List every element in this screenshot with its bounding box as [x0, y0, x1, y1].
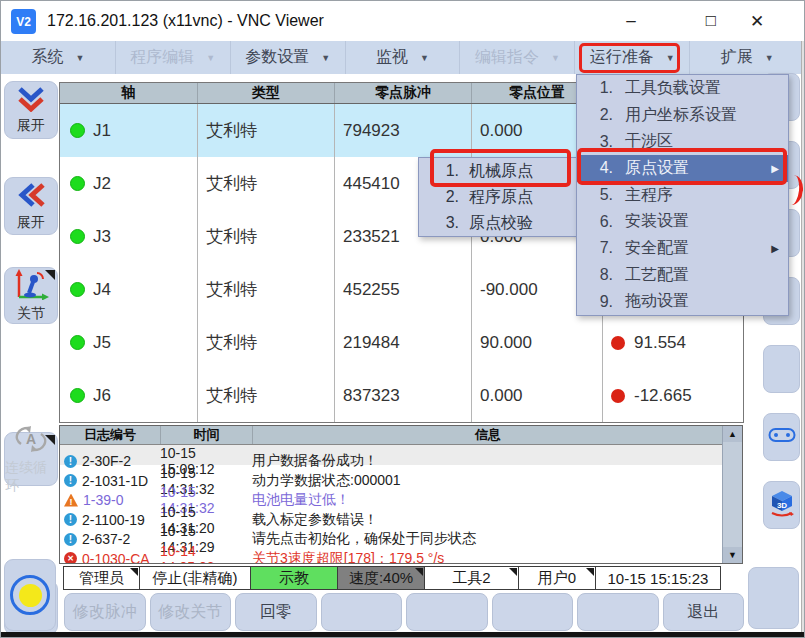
submenu-item-origin-check[interactable]: 3.原点校验 — [419, 210, 579, 236]
annotation-box-run-prepare — [579, 43, 680, 73]
axis-status-green-icon — [70, 123, 85, 138]
exit-button[interactable]: 退出 — [663, 593, 745, 631]
menu-parameter-settings[interactable]: 参数设置▼ — [230, 41, 345, 74]
menu-system[interactable]: 系统▼ — [1, 41, 115, 74]
axis-current: -12.665 — [634, 386, 692, 406]
window-title: 172.16.201.123 (x11vnc) - VNC Viewer — [47, 1, 324, 41]
status-speed[interactable]: 速度:40% — [337, 566, 425, 590]
button-label: 展开 — [17, 214, 45, 232]
log-message: 载入标定参数错误！ — [252, 511, 723, 529]
log-message: 动力学数据状态:000001 — [252, 472, 723, 490]
chevron-down-icon: ▼ — [206, 53, 215, 63]
status-mode-teach: 示教 — [250, 566, 338, 590]
chevron-down-icon: ▼ — [551, 53, 560, 63]
blank-button — [406, 593, 488, 631]
col-log-id: 日志编号 — [60, 426, 160, 444]
info-icon — [64, 513, 77, 526]
log-row[interactable]: 2-30F-2 10-15 15:09:12 用户数据备份成功！ — [60, 445, 723, 465]
menu-program-edit: 程序编辑▼ — [115, 41, 230, 74]
info-icon — [64, 474, 77, 487]
menu-extension[interactable]: 扩展▼ — [689, 41, 804, 74]
info-icon — [64, 455, 77, 468]
window-edge — [801, 41, 805, 632]
maximize-button[interactable]: □ — [686, 1, 736, 41]
chevron-down-icon: ▼ — [321, 53, 330, 63]
col-zero-pulse: 零点脉冲 — [334, 83, 471, 103]
table-row[interactable]: J5 艾利特 219484 90.000 91.554 — [60, 316, 743, 369]
annotation-box-mechanical-origin — [430, 149, 571, 187]
status-bar: 管理员 停止(非精确) 示教 速度:40% 工具2 用户0 10-15 15:1… — [64, 566, 744, 590]
menu-item-process-config[interactable]: 8.工艺配置 — [577, 262, 788, 289]
submenu-arrow-icon: ▶ — [771, 243, 779, 254]
scroll-up-icon[interactable]: ▲ — [723, 426, 742, 442]
axis-pulse: 837323 — [334, 369, 471, 422]
expand-down-icon — [13, 86, 49, 116]
right-panel-button[interactable] — [748, 567, 799, 629]
run-prepare-dropdown: 1.工具负载设置 2.用户坐标系设置 3.干涉区 4.原点设置▶ 5.主程序 6… — [576, 74, 789, 316]
axis-name: J3 — [93, 227, 111, 247]
axis-type: 艾利特 — [197, 263, 334, 316]
log-id: 0-1030-CA — [82, 551, 150, 565]
modify-pulse-button: 修改脉冲 — [64, 593, 146, 631]
axis-name: J1 — [93, 121, 111, 141]
axis-type: 艾利特 — [197, 316, 334, 369]
menu-item-main-program[interactable]: 5.主程序 — [577, 182, 788, 209]
menu-label: 监视 — [376, 47, 408, 68]
log-id: 1-39-0 — [83, 492, 123, 508]
axis-type: 艾利特 — [197, 157, 334, 210]
log-id: 2-1100-19 — [82, 512, 145, 528]
menu-bar: 系统▼ 程序编辑▼ 参数设置▼ 监视▼ 编辑指令▼ 运行准备▼ 扩展▼ — [1, 41, 804, 74]
axis-alarm-red-icon — [611, 336, 625, 350]
return-zero-button[interactable]: 回零 — [235, 593, 317, 631]
axis-name: J5 — [93, 333, 111, 353]
status-motion-state: 停止(非精确) — [139, 566, 251, 590]
axis-name: J6 — [93, 386, 111, 406]
button-label: 连续循环 — [5, 459, 57, 495]
col-log-message: 信息 — [252, 426, 723, 444]
chevron-down-icon: ▼ — [75, 53, 84, 63]
axis-status-green-icon — [70, 229, 85, 244]
scroll-down-icon[interactable]: ▼ — [723, 547, 742, 563]
gamepad-button[interactable] — [763, 413, 800, 461]
table-row[interactable]: J6 艾利特 837323 0.000 -12.665 — [60, 369, 743, 422]
joint-coordinate-button[interactable]: 关节 — [4, 267, 58, 324]
error-icon — [64, 552, 77, 564]
button-label: 展开 — [17, 117, 45, 135]
chevron-down-icon: ▼ — [420, 53, 429, 63]
menu-label: 扩展 — [721, 47, 753, 68]
menu-item-install-settings[interactable]: 6.安装设置 — [577, 208, 788, 235]
menu-item-safety-config[interactable]: 7.安全配置▶ — [577, 235, 788, 262]
button-label: 关节 — [17, 305, 45, 323]
vnc-logo-icon: V2 — [11, 9, 36, 34]
view-3d-button[interactable]: 3D — [763, 481, 800, 529]
submenu-item-program-origin[interactable]: 2.程序原点 — [419, 184, 579, 210]
log-scrollbar[interactable]: ▲ ▼ — [722, 426, 742, 563]
expand-vertical-button[interactable]: 展开 — [4, 81, 58, 139]
axis-name: J2 — [93, 174, 111, 194]
minimize-button[interactable]: – — [606, 1, 656, 41]
right-panel-button[interactable] — [763, 345, 800, 393]
servo-status-button[interactable] — [4, 559, 56, 631]
menu-label: 参数设置 — [245, 47, 309, 68]
continuous-cycle-button: A 连续循环 — [4, 432, 58, 486]
status-clock: 10-15 15:15:23 — [595, 566, 721, 590]
status-role[interactable]: 管理员 — [63, 566, 140, 590]
log-header: 日志编号 时间 信息 — [60, 426, 723, 445]
status-user-frame[interactable]: 用户0 — [518, 566, 596, 590]
expand-horizontal-button[interactable]: 展开 — [4, 177, 58, 235]
close-button[interactable]: ✕ — [732, 1, 782, 41]
axis-status-green-icon — [70, 282, 85, 297]
menu-item-user-coord[interactable]: 2.用户坐标系设置 — [577, 102, 788, 129]
axis-position: 0.000 — [471, 369, 602, 422]
modify-joint-button: 修改关节 — [150, 593, 232, 631]
log-id: 2-1031-1D — [82, 473, 148, 489]
axis-type: 艾利特 — [197, 210, 334, 263]
axis-status-green-icon — [70, 335, 85, 350]
menu-monitor[interactable]: 监视▼ — [345, 41, 460, 74]
col-log-time: 时间 — [160, 426, 252, 444]
window-bottom-edge — [1, 632, 804, 638]
menu-item-tool-load[interactable]: 1.工具负载设置 — [577, 75, 788, 102]
menu-item-drag-settings[interactable]: 9.拖动设置 — [577, 288, 788, 315]
annotation-box-origin-settings — [577, 148, 787, 185]
status-tool[interactable]: 工具2 — [424, 566, 519, 590]
